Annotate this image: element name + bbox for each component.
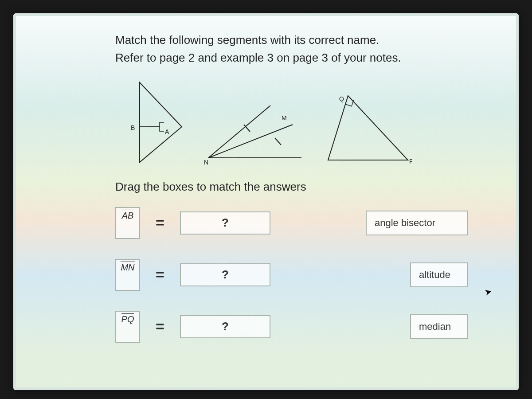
triangle-2: N M — [204, 100, 306, 167]
match-row-AB: AB = ? angle bisector — [115, 207, 468, 239]
svg-line-4 — [208, 125, 293, 158]
cursor-icon: ➤ — [483, 286, 493, 298]
svg-line-3 — [208, 106, 270, 158]
equals-sign: = — [153, 214, 167, 231]
answer-altitude[interactable]: altitude — [410, 262, 468, 287]
drop-slot-MN[interactable]: ? — [180, 263, 270, 286]
label-P: P — [409, 158, 412, 165]
photo-frame: Match the following segments with its co… — [0, 0, 532, 399]
svg-marker-7 — [328, 96, 408, 160]
label-Q: Q — [339, 95, 344, 102]
equals-sign: = — [153, 266, 167, 283]
segment-label: AB — [122, 211, 134, 221]
matching-rows: AB = ? angle bisector MN = ? altitude PQ… — [115, 207, 468, 343]
segment-label: MN — [121, 262, 134, 273]
drop-slot-AB[interactable]: ? — [180, 211, 270, 235]
instruction-line-1: Match the following segments with its co… — [115, 33, 379, 47]
instruction-line-2: Refer to page 2 and example 3 on page 3 … — [115, 51, 401, 64]
answer-median[interactable]: median — [410, 314, 468, 339]
label-A: A — [165, 128, 169, 135]
segment-label: PQ — [121, 314, 134, 325]
label-N: N — [204, 159, 208, 166]
triangle-1: B A — [115, 78, 186, 167]
drag-instruction: Drag the boxes to match the answers — [115, 180, 494, 194]
equals-sign: = — [153, 318, 167, 335]
label-B: B — [131, 124, 135, 131]
segment-box-PQ[interactable]: PQ — [115, 311, 140, 343]
match-row-MN: MN = ? altitude — [115, 259, 468, 291]
match-row-PQ: PQ = ? median — [115, 311, 468, 343]
label-M: M — [282, 114, 287, 121]
segment-box-AB[interactable]: AB — [115, 207, 140, 239]
worksheet-screen: Match the following segments with its co… — [13, 13, 519, 390]
triangle-3: Q P — [324, 91, 412, 167]
answer-angle-bisector[interactable]: angle bisector — [366, 211, 468, 235]
triangle-figures: B A N M — [115, 78, 494, 167]
instruction-text: Match the following segments with its co… — [115, 31, 494, 67]
svg-line-6 — [275, 138, 281, 145]
segment-box-MN[interactable]: MN — [115, 259, 140, 291]
drop-slot-PQ[interactable]: ? — [180, 315, 270, 338]
